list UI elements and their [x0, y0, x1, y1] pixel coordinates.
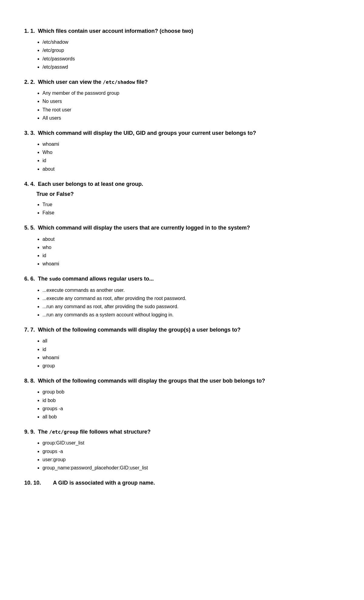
answer-item: whoami [42, 260, 340, 268]
answer-item: user:group [42, 455, 340, 464]
question-7-answers: all id whoami group [24, 337, 340, 370]
question-4: 4. Each user belongs to at least one gro… [24, 180, 340, 217]
question-6: 6. The sudo command allows regular users… [24, 275, 340, 319]
answer-item: about [42, 235, 340, 243]
answer-item: id [42, 156, 340, 165]
question-4-subquestion: True or False? [36, 191, 340, 197]
answer-item: who [42, 243, 340, 251]
question-9: 9. The /etc/group file follows what stru… [24, 428, 340, 472]
question-2: 2. Which user can view the /etc/shadow f… [24, 78, 340, 122]
question-1-answers: /etc/shadow /etc/group /etc/passwords /e… [24, 38, 340, 71]
answer-item: group_name:password_placehoder:GID:user_… [42, 464, 340, 472]
question-6-answers: ...execute commands as another user. ...… [24, 286, 340, 319]
question-3: 3. Which command will display the UID, G… [24, 129, 340, 173]
question-4-text: 4. Each user belongs to at least one gro… [24, 180, 340, 188]
answer-item: The root user [42, 106, 340, 114]
question-9-text: 9. The /etc/group file follows what stru… [24, 428, 340, 436]
question-5-answers: about who id whoami [24, 235, 340, 268]
answer-item: about [42, 165, 340, 173]
question-7-text: 7. Which of the following commands will … [24, 326, 340, 334]
question-3-text: 3. Which command will display the UID, G… [24, 129, 340, 137]
answer-item: /etc/passwd [42, 63, 340, 71]
question-8-text: 8. Which of the following commands will … [24, 377, 340, 385]
question-3-answers: whoami Who id about [24, 140, 340, 173]
answer-item: ...execute commands as another user. [42, 286, 340, 294]
answer-item: group [42, 362, 340, 370]
question-9-answers: group:GID:user_list groups -a user:group… [24, 439, 340, 472]
answer-item: whoami [42, 353, 340, 362]
answer-item: Any member of the password group [42, 89, 340, 97]
question-4-answers: True False [24, 200, 340, 217]
question-5: 5. Which command will display the users … [24, 224, 340, 268]
answer-item: /etc/passwords [42, 55, 340, 63]
question-5-text: 5. Which command will display the users … [24, 224, 340, 232]
answer-item: all bob [42, 413, 340, 421]
answer-item: /etc/group [42, 46, 340, 54]
answer-item: id [42, 251, 340, 260]
answer-item: ...run any command as root, after provid… [42, 302, 340, 311]
answer-item: groups -a [42, 447, 340, 455]
question-8: 8. Which of the following commands will … [24, 377, 340, 421]
answer-item: False [42, 209, 340, 217]
question-2-text: 2. Which user can view the /etc/shadow f… [24, 78, 340, 86]
answer-item: id [42, 345, 340, 353]
answer-item: all [42, 337, 340, 345]
answer-item: group:GID:user_list [42, 439, 340, 447]
answer-item: ...run any commands as a system account … [42, 311, 340, 319]
answer-item: groups -a [42, 404, 340, 413]
answer-item: Who [42, 148, 340, 156]
question-10: 10. A GID is associated with a group nam… [24, 479, 340, 487]
question-8-answers: group bob id bob groups -a all bob [24, 388, 340, 421]
answer-item: No users [42, 97, 340, 105]
question-10-text: 10. A GID is associated with a group nam… [24, 479, 340, 487]
answer-item: ...execute any command as root, after pr… [42, 294, 340, 302]
question-1: 1. Which files contain user account info… [24, 27, 340, 71]
question-7: 7. Which of the following commands will … [24, 326, 340, 370]
question-6-text: 6. The sudo command allows regular users… [24, 275, 340, 283]
question-2-answers: Any member of the password group No user… [24, 89, 340, 122]
answer-item: All users [42, 114, 340, 122]
answer-item: True [42, 200, 340, 209]
questions-list: 1. Which files contain user account info… [24, 27, 340, 487]
answer-item: id bob [42, 396, 340, 404]
answer-item: group bob [42, 388, 340, 396]
answer-item: /etc/shadow [42, 38, 340, 46]
question-1-text: 1. Which files contain user account info… [24, 27, 340, 35]
answer-item: whoami [42, 140, 340, 148]
